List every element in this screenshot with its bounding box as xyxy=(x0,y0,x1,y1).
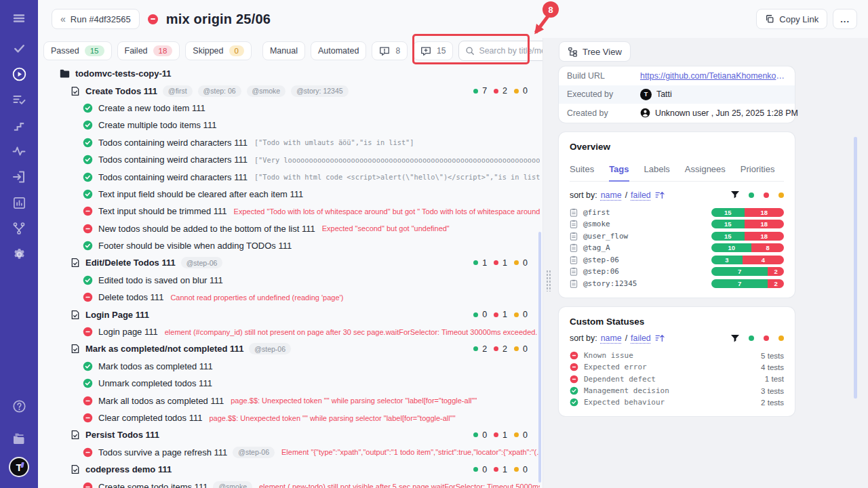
filter-passed-label: Passed xyxy=(51,46,79,56)
tree-test-row[interactable]: Clear completed todos 111page.$$: Unexpe… xyxy=(43,409,542,426)
tag-stat-row[interactable]: @first1518 xyxy=(570,207,784,219)
sidebar-item-branches[interactable] xyxy=(4,216,34,241)
skipped-filter-dot[interactable] xyxy=(778,192,784,198)
failed-filter-dot[interactable] xyxy=(764,336,769,341)
suite-result-counts: 010 xyxy=(473,310,540,319)
panel-scrollbar-thumb[interactable] xyxy=(854,137,857,399)
tree-test-row[interactable]: Edited todo is saved on blur 111 xyxy=(43,272,542,289)
passed-filter-dot[interactable] xyxy=(749,192,754,198)
filter-manual-button[interactable]: Manual xyxy=(262,41,305,60)
tree-test-row[interactable]: Create a new todo item 111 xyxy=(43,100,542,117)
tag-stat-row[interactable]: @tag_A108 xyxy=(570,242,784,254)
sidebar-logo[interactable]: T xyxy=(4,453,34,481)
tag-stat-row[interactable]: @smoke1518 xyxy=(570,218,784,230)
tree-test-row[interactable]: Todos survive a page refresh 111@step-06… xyxy=(43,444,542,461)
tab-assignees[interactable]: Assignees xyxy=(685,160,726,181)
filter-skipped-button[interactable]: Skipped 0 xyxy=(185,41,252,60)
panel-resize-handle[interactable] xyxy=(546,270,551,291)
back-to-run-button[interactable]: « Run #4df32565 xyxy=(52,9,140,29)
filter-passed-button[interactable]: Passed 15 xyxy=(43,41,112,60)
filter-funnel-icon[interactable] xyxy=(731,335,739,342)
sidebar-item-help[interactable] xyxy=(4,392,34,420)
tree-test-row[interactable]: Login page 111element (#company_id) stil… xyxy=(43,323,542,340)
custom-status-row[interactable]: Management decision3 tests xyxy=(570,385,784,396)
build-url-link[interactable]: https://github.com/TetianaKhomenko/Load-… xyxy=(640,71,787,81)
tree-test-row[interactable]: Todos containing weird characters 111["V… xyxy=(43,151,542,168)
tree-test-row[interactable]: Unmark completed todos 111 xyxy=(43,375,542,392)
tree-folder-row[interactable]: todomvc-tests-copy-11 xyxy=(43,65,542,82)
tree-suite-row[interactable]: codepress demo 111010 xyxy=(43,461,542,478)
custom-status-row[interactable]: Dependent defect1 test xyxy=(570,373,784,385)
filter-funnel-icon[interactable] xyxy=(731,191,739,199)
tag-stat-row[interactable]: @step-0634 xyxy=(570,254,784,266)
custom-status-row[interactable]: Known issue5 tests xyxy=(570,350,784,361)
tree-test-row[interactable]: Mark todos as completed 111 xyxy=(43,358,542,375)
tree-scrollbar-thumb[interactable] xyxy=(538,232,541,483)
sort-by-failed-link[interactable]: failed xyxy=(631,190,651,200)
attachments-count: 15 xyxy=(437,46,446,56)
suite-result-counts: 010 xyxy=(473,430,540,440)
filter-attachments-button[interactable]: 15 xyxy=(413,41,453,60)
tree-test-row[interactable]: Todos containing weird characters 111["T… xyxy=(43,168,542,185)
tree-test-row[interactable]: Mark all todos as completed 111page.$$: … xyxy=(43,392,542,409)
passed-filter-dot[interactable] xyxy=(749,336,754,341)
tab-priorities[interactable]: Priorities xyxy=(741,160,775,181)
sort-by-name-link[interactable]: name xyxy=(601,190,622,200)
sidebar-item-menu[interactable] xyxy=(4,5,34,31)
tree-test-row[interactable]: Footer should be visible when adding TOD… xyxy=(43,237,542,254)
tab-suites[interactable]: Suites xyxy=(570,160,594,181)
tree-suite-row[interactable]: Edit/Delete Todos 111@step-06110 xyxy=(43,254,542,271)
folder-title: todomvc-tests-copy-11 xyxy=(75,68,172,79)
custom-status-name: Dependent defect xyxy=(584,375,656,384)
tree-suite-row[interactable]: Create Todos 111@first@step: 06@smoke@st… xyxy=(43,82,542,99)
more-actions-button[interactable]: ... xyxy=(833,9,857,29)
tree-test-row[interactable]: New todos should be added to the bottom … xyxy=(43,220,542,237)
sidebar-item-steps[interactable] xyxy=(4,113,34,138)
sidebar-item-import[interactable] xyxy=(4,164,34,190)
sort-by-failed-link[interactable]: failed xyxy=(631,333,651,343)
tree-test-row[interactable]: Todos containing weird characters 111["T… xyxy=(43,134,542,151)
suite-file-icon xyxy=(71,464,80,474)
sidebar-item-test-plans[interactable] xyxy=(4,87,34,113)
test-tree: todomvc-tests-copy-11Create Todos 111@fi… xyxy=(43,64,542,488)
failed-count: 1 xyxy=(502,430,507,440)
tag-stat-row[interactable]: @story:1234572 xyxy=(570,278,784,290)
failed-segment: 18 xyxy=(745,220,784,228)
tag-name: @story:12345 xyxy=(583,279,637,288)
tag-stat-row[interactable]: @user_flow1518 xyxy=(570,230,784,243)
tree-test-row[interactable]: Text input field should be cleared after… xyxy=(43,186,542,203)
filter-comments-button[interactable]: 8 xyxy=(372,41,408,60)
filter-failed-button[interactable]: Failed 18 xyxy=(117,41,180,60)
tree-view-button[interactable]: Tree View xyxy=(559,41,631,62)
tree-test-row[interactable]: Delete todos 111Cannot read properties o… xyxy=(43,289,542,306)
tree-test-row[interactable]: Create multiple todo items 111 xyxy=(43,117,542,134)
tag-stat-row[interactable]: @step:0672 xyxy=(570,266,784,278)
tree-suite-row[interactable]: Persist Todos 111010 xyxy=(43,426,542,443)
tree-suite-row[interactable]: Login Page 111010 xyxy=(43,306,542,323)
failed-filter-dot[interactable] xyxy=(764,192,769,198)
tree-test-row[interactable]: Create some todo items 111@smokeelement … xyxy=(43,478,542,488)
filter-automated-button[interactable]: Automated xyxy=(311,41,366,60)
filter-manual-label: Manual xyxy=(270,46,298,56)
test-example-data: ["Very loooooooooooooooooooooooooooooooo… xyxy=(254,156,540,164)
sidebar-item-analytics[interactable] xyxy=(4,190,34,216)
test-passed-icon xyxy=(83,189,93,199)
tree-test-row[interactable]: Text input should be trimmed 111Expected… xyxy=(43,203,542,220)
tab-tags[interactable]: Tags xyxy=(609,160,629,182)
sidebar-item-runs[interactable] xyxy=(4,61,34,87)
tree-suite-row[interactable]: Mark as completed/not completed 111@step… xyxy=(43,340,542,357)
test-title: New todos should be added to the bottom … xyxy=(98,224,315,234)
sidebar-item-projects[interactable] xyxy=(4,424,34,453)
panel-resize-gutter[interactable] xyxy=(542,38,553,488)
custom-status-row[interactable]: Expected behaviour2 tests xyxy=(570,396,784,408)
skipped-filter-dot[interactable] xyxy=(778,336,784,341)
tab-labels[interactable]: Labels xyxy=(644,160,670,181)
sidebar-item-pulse[interactable] xyxy=(4,138,34,164)
sort-direction-icon[interactable] xyxy=(655,191,665,199)
sort-direction-icon[interactable] xyxy=(655,334,665,342)
sidebar-item-checks[interactable] xyxy=(4,35,34,61)
sidebar-item-settings[interactable] xyxy=(4,241,34,267)
sort-by-name-link[interactable]: name xyxy=(601,333,622,343)
custom-status-row[interactable]: Expected error4 tests xyxy=(570,361,784,373)
copy-link-button[interactable]: Copy Link xyxy=(756,9,827,29)
